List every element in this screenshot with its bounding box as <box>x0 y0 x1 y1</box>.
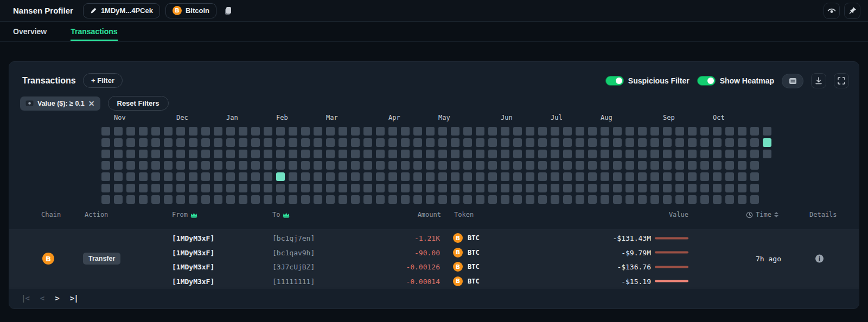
heatmap-cell[interactable] <box>438 150 447 158</box>
heatmap-cell[interactable] <box>626 184 634 192</box>
heatmap-cell[interactable] <box>189 127 197 136</box>
heatmap-cell[interactable] <box>301 172 310 181</box>
heatmap-cell[interactable] <box>326 161 335 170</box>
heatmap-cell[interactable] <box>438 161 447 170</box>
heatmap-cell[interactable] <box>164 184 173 192</box>
heatmap-cell[interactable] <box>738 150 746 158</box>
heatmap-cell[interactable] <box>276 172 285 181</box>
heatmap-cell[interactable] <box>251 127 260 136</box>
heatmap-cell[interactable] <box>289 127 297 136</box>
heatmap-cell[interactable] <box>239 161 247 170</box>
heatmap-cell[interactable] <box>101 138 110 147</box>
heatmap-cell[interactable] <box>650 184 659 192</box>
heatmap-cell[interactable] <box>214 161 222 170</box>
heatmap-cell[interactable] <box>251 150 260 158</box>
heatmap-cell[interactable] <box>626 127 634 136</box>
heatmap-cell[interactable] <box>488 161 497 170</box>
heatmap-cell[interactable] <box>339 172 347 181</box>
heatmap-cell[interactable] <box>301 184 310 192</box>
heatmap-cell[interactable] <box>264 172 272 181</box>
heatmap-cell[interactable] <box>463 127 472 136</box>
heatmap-cell[interactable] <box>164 161 173 170</box>
heatmap-cell[interactable] <box>526 150 534 158</box>
heatmap-cell[interactable] <box>563 138 572 147</box>
heatmap-cell[interactable] <box>551 195 559 204</box>
heatmap-cell[interactable] <box>251 172 260 181</box>
heatmap-cell[interactable] <box>488 184 497 192</box>
table-row[interactable]: [1MDyM3xF][3J7cUjBZ]-0.00126BTC-$136.76 <box>9 260 859 274</box>
heatmap-cell[interactable] <box>151 195 160 204</box>
heatmap-cell[interactable] <box>713 172 722 181</box>
heatmap-cell[interactable] <box>538 138 547 147</box>
heatmap-cell[interactable] <box>638 161 647 170</box>
heatmap-cell[interactable] <box>551 161 559 170</box>
heatmap-cell[interactable] <box>488 172 497 181</box>
heatmap-cell[interactable] <box>376 127 385 136</box>
heatmap-cell[interactable] <box>126 150 135 158</box>
heatmap-cell[interactable] <box>164 195 173 204</box>
heatmap-cell[interactable] <box>214 195 222 204</box>
heatmap-cell[interactable] <box>613 127 622 136</box>
heatmap-cell[interactable] <box>688 150 697 158</box>
heatmap-cell[interactable] <box>588 127 597 136</box>
heatmap-cell[interactable] <box>301 138 310 147</box>
heatmap-cell[interactable] <box>339 184 347 192</box>
heatmap-cell[interactable] <box>326 138 335 147</box>
heatmap-cell[interactable] <box>239 150 247 158</box>
heatmap-cell[interactable] <box>750 127 759 136</box>
heatmap-cell[interactable] <box>576 138 584 147</box>
heatmap-cell[interactable] <box>513 172 522 181</box>
heatmap-cell[interactable] <box>750 150 759 158</box>
col-details[interactable]: Details <box>809 211 837 218</box>
heatmap-cell[interactable] <box>513 150 522 158</box>
heatmap-cell[interactable] <box>588 195 597 204</box>
heatmap-cell[interactable] <box>501 138 509 147</box>
heatmap-cell[interactable] <box>139 195 148 204</box>
heatmap-cell[interactable] <box>264 150 272 158</box>
heatmap-cell[interactable] <box>388 127 397 136</box>
heatmap-cell[interactable] <box>114 172 123 181</box>
heatmap-cell[interactable] <box>176 138 185 147</box>
heatmap-cell[interactable] <box>139 150 148 158</box>
heatmap-cell[interactable] <box>576 184 584 192</box>
heatmap-cell[interactable] <box>438 184 447 192</box>
heatmap-cell[interactable] <box>638 184 647 192</box>
heatmap-cell[interactable] <box>151 138 160 147</box>
heatmap-cell[interactable] <box>176 195 185 204</box>
heatmap-cell[interactable] <box>700 184 709 192</box>
heatmap-cell[interactable] <box>276 127 285 136</box>
heatmap-cell[interactable] <box>388 172 397 181</box>
heatmap-cell[interactable] <box>513 161 522 170</box>
heatmap-cell[interactable] <box>139 127 148 136</box>
heatmap-cell[interactable] <box>426 172 435 181</box>
heatmap-cell[interactable] <box>176 150 185 158</box>
heatmap-cell[interactable] <box>663 150 672 158</box>
heatmap-cell[interactable] <box>501 127 509 136</box>
col-amount[interactable]: Amount <box>418 211 441 218</box>
download-button[interactable] <box>811 73 826 88</box>
pin-button[interactable] <box>844 3 860 19</box>
heatmap-cell[interactable] <box>563 161 572 170</box>
heatmap-cell[interactable] <box>388 195 397 204</box>
heatmap-cell[interactable] <box>763 138 771 147</box>
heatmap-cell[interactable] <box>663 138 672 147</box>
heatmap-cell[interactable] <box>613 138 622 147</box>
heatmap-cell[interactable] <box>388 161 397 170</box>
heatmap-cell[interactable] <box>451 172 459 181</box>
heatmap-cell[interactable] <box>363 172 372 181</box>
sort-icon[interactable] <box>774 212 778 217</box>
heatmap-cell[interactable] <box>351 184 360 192</box>
heatmap-cell[interactable] <box>526 184 534 192</box>
heatmap-cell[interactable] <box>264 184 272 192</box>
heatmap-cell[interactable] <box>438 138 447 147</box>
heatmap-cell[interactable] <box>750 184 759 192</box>
heatmap-cell[interactable] <box>426 150 435 158</box>
heatmap-cell[interactable] <box>650 150 659 158</box>
heatmap-cell[interactable] <box>151 172 160 181</box>
heatmap-cell[interactable] <box>151 184 160 192</box>
heatmap-cell[interactable] <box>314 195 322 204</box>
heatmap-cell[interactable] <box>151 150 160 158</box>
heatmap-cell[interactable] <box>438 172 447 181</box>
heatmap-cell[interactable] <box>613 184 622 192</box>
heatmap-cell[interactable] <box>663 184 672 192</box>
